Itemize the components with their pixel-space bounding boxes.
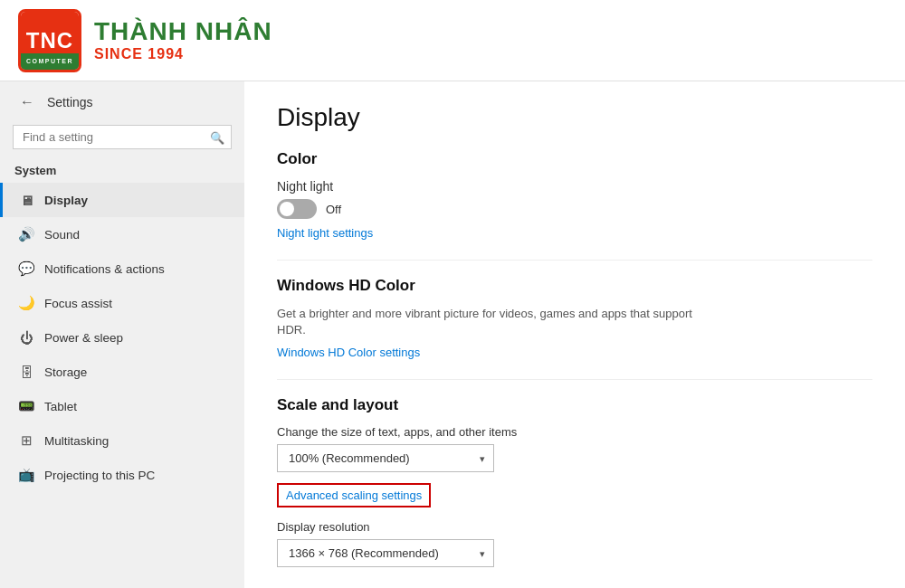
sidebar-title: Settings [47,95,93,109]
sidebar-item-label-focus: Focus assist [44,297,112,310]
sidebar: ← Settings 🔍 System 🖥 Display 🔊 Sound 💬 … [0,81,244,588]
night-light-row: Off [277,199,872,219]
power-icon: ⏻ [17,328,35,346]
sidebar-item-display[interactable]: 🖥 Display [0,183,244,217]
toggle-knob [280,202,294,216]
multitasking-icon: ⊞ [17,432,35,450]
hd-color-description: Get a brighter and more vibrant picture … [277,306,711,338]
resolution-dropdown-wrapper: 1366 × 768 (Recommended) 1280 × 720 1024… [277,539,494,567]
sidebar-item-label-storage: Storage [44,365,87,379]
sidebar-item-label-power: Power & sleep [44,331,123,345]
display-icon: 🖥 [17,191,35,209]
search-icon: 🔍 [210,130,224,144]
search-box: 🔍 [13,125,232,149]
storage-icon: 🗄 [17,363,35,381]
sidebar-item-label-notifications: Notifications & actions [44,262,165,276]
sidebar-item-label-projecting: Projecting to this PC [44,469,155,482]
night-light-toggle[interactable] [277,199,317,219]
resolution-dropdown-row: 1366 × 768 (Recommended) 1280 × 720 1024… [277,539,872,567]
sidebar-item-projecting[interactable]: 📺 Projecting to this PC [0,458,244,492]
logo-computer: COMPUTER [26,58,73,64]
sound-icon: 🔊 [17,225,35,243]
search-input[interactable] [13,125,232,149]
page-title: Display [277,103,872,132]
sidebar-section-label: System [0,158,244,183]
sidebar-item-multitasking[interactable]: ⊞ Multitasking [0,423,244,458]
sidebar-item-label-tablet: Tablet [44,400,77,413]
focus-icon: 🌙 [17,294,35,312]
sidebar-item-tablet[interactable]: 📟 Tablet [0,389,244,423]
hd-color-settings-link[interactable]: Windows HD Color settings [277,346,420,359]
logo-text-block: THÀNH NHÂN SINCE 1994 [94,18,272,62]
back-button[interactable]: ← [14,92,40,112]
projecting-icon: 📺 [17,466,35,484]
resolution-dropdown[interactable]: 1366 × 768 (Recommended) 1280 × 720 1024… [277,539,494,567]
logo-name: THÀNH NHÂN [94,18,272,46]
sidebar-item-sound[interactable]: 🔊 Sound [0,217,244,251]
display-resolution-label: Display resolution [277,520,872,534]
sidebar-item-focus[interactable]: 🌙 Focus assist [0,286,244,320]
sidebar-item-storage[interactable]: 🗄 Storage [0,355,244,389]
logo-bar: TNC COMPUTER THÀNH NHÂN SINCE 1994 [0,0,905,81]
night-light-label: Night light [277,179,872,194]
advanced-scaling-settings-link[interactable]: Advanced scaling settings [277,483,431,507]
logo-tnc: TNC [26,30,73,52]
notifications-icon: 💬 [17,260,35,278]
divider-1 [277,260,872,261]
scale-dropdown[interactable]: 100% (Recommended) 125% 150% 175% [277,444,494,472]
sidebar-header: ← Settings [0,81,244,119]
toggle-state-label: Off [326,203,341,216]
logo-icon: TNC COMPUTER [18,9,81,72]
logo-since: SINCE 1994 [94,46,272,62]
divider-2 [277,379,872,380]
sidebar-item-label-multitasking: Multitasking [44,434,109,448]
main-layout: ← Settings 🔍 System 🖥 Display 🔊 Sound 💬 … [0,81,905,588]
scale-dropdown-wrapper: 100% (Recommended) 125% 150% 175% ▾ [277,444,494,472]
night-light-settings-link[interactable]: Night light settings [277,226,373,240]
color-section-heading: Color [277,150,872,168]
scale-section-heading: Scale and layout [277,396,872,414]
sidebar-item-power[interactable]: ⏻ Power & sleep [0,320,244,355]
tablet-icon: 📟 [17,397,35,415]
change-size-label: Change the size of text, apps, and other… [277,425,872,439]
sidebar-item-label-display: Display [44,194,88,207]
sidebar-item-label-sound: Sound [44,228,80,242]
scale-dropdown-row: 100% (Recommended) 125% 150% 175% ▾ [277,444,872,472]
content-area: Display Color Night light Off Night ligh… [244,81,905,588]
sidebar-item-notifications[interactable]: 💬 Notifications & actions [0,251,244,286]
hd-color-section-heading: Windows HD Color [277,277,872,295]
